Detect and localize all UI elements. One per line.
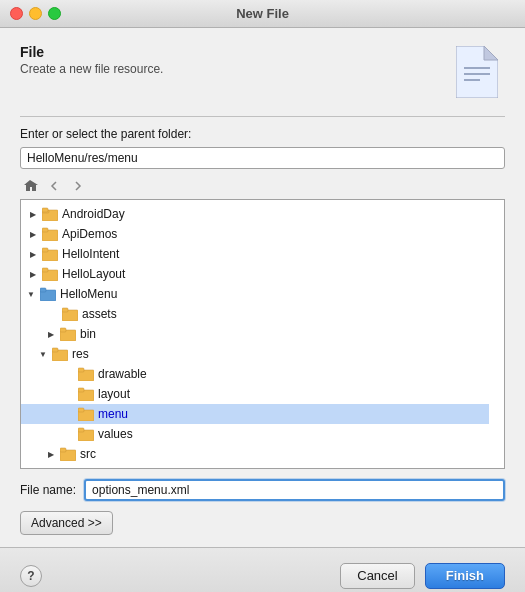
tree-item-label-layout: layout: [98, 387, 130, 401]
toggle-res[interactable]: ▼: [35, 346, 51, 362]
svg-rect-21: [52, 348, 58, 352]
footer-buttons: Cancel Finish: [340, 563, 505, 589]
svg-rect-15: [40, 288, 46, 292]
header-subtitle: Create a new file resource.: [20, 62, 163, 76]
tree-item-androidday[interactable]: ▶ AndroidDay: [21, 204, 489, 224]
svg-rect-13: [42, 268, 48, 272]
dialog-footer: ? Cancel Finish: [0, 547, 525, 592]
file-icon: [453, 44, 501, 100]
header-divider: [20, 116, 505, 117]
folder-icon-apidemos: [41, 226, 59, 242]
tree-item-hellointent[interactable]: ▶ HelloIntent: [21, 244, 489, 264]
minimize-button[interactable]: [29, 7, 42, 20]
svg-rect-11: [42, 248, 48, 252]
toggle-hellolayout[interactable]: ▶: [25, 266, 41, 282]
title-bar: New File: [0, 0, 525, 28]
tree-item-label-values: values: [98, 427, 133, 441]
maximize-button[interactable]: [48, 7, 61, 20]
svg-marker-1: [484, 46, 498, 60]
tree-navigation: [20, 177, 505, 195]
toggle-assets[interactable]: [51, 306, 61, 322]
folder-icon-menu: [77, 406, 95, 422]
toggle-menu[interactable]: [67, 406, 77, 422]
bottom-section: File name: Advanced >>: [20, 469, 505, 547]
toggle-apidemos[interactable]: ▶: [25, 226, 41, 242]
tree-item-bin[interactable]: ▶ bin: [21, 324, 489, 344]
window-title: New File: [236, 6, 289, 21]
back-nav-button[interactable]: [44, 177, 64, 195]
tree-item-label-drawable: drawable: [98, 367, 147, 381]
tree-item-hellolayout[interactable]: ▶ HelloLayout: [21, 264, 489, 284]
window-controls[interactable]: [10, 7, 61, 20]
svg-rect-27: [78, 408, 84, 412]
folder-icon-res: [51, 346, 69, 362]
dialog-content: File Create a new file resource. Enter o…: [0, 28, 525, 547]
tree-item-menu[interactable]: menu: [21, 404, 489, 424]
tree-item-src[interactable]: ▶ src: [21, 444, 489, 464]
tree-item-label-assets: assets: [82, 307, 117, 321]
toggle-values[interactable]: [67, 426, 77, 442]
filename-label: File name:: [20, 483, 76, 497]
folder-icon-bin: [59, 326, 77, 342]
tree-item-res[interactable]: ▼ res: [21, 344, 489, 364]
toggle-hellomenu[interactable]: ▼: [23, 286, 39, 302]
header-title: File: [20, 44, 163, 60]
home-nav-button[interactable]: [20, 177, 40, 195]
folder-label: Enter or select the parent folder:: [20, 127, 505, 141]
tree-item-label-hellolayout: HelloLayout: [62, 267, 125, 281]
toggle-androidday[interactable]: ▶: [25, 206, 41, 222]
tree-content: ▶ AndroidDay ▶ ApiDemos ▶ Hel: [21, 200, 489, 468]
toggle-layout[interactable]: [67, 386, 77, 402]
tree-item-layout[interactable]: layout: [21, 384, 489, 404]
folder-icon-hellomenu: [39, 286, 57, 302]
header-text: File Create a new file resource.: [20, 44, 163, 76]
cancel-button[interactable]: Cancel: [340, 563, 414, 589]
folder-icon-assets: [61, 306, 79, 322]
svg-rect-19: [60, 328, 66, 332]
tree-item-label-apidemos: ApiDemos: [62, 227, 117, 241]
folder-icon-src: [59, 446, 77, 462]
svg-rect-23: [78, 368, 84, 372]
svg-rect-9: [42, 228, 48, 232]
help-button[interactable]: ?: [20, 565, 42, 587]
tree-item-label-hellomenu: HelloMenu: [60, 287, 117, 301]
folder-path-input[interactable]: [20, 147, 505, 169]
folder-icon-hellolayout: [41, 266, 59, 282]
folder-icon-androidday: [41, 206, 59, 222]
tree-item-label-src: src: [80, 447, 96, 461]
toggle-hellointent[interactable]: ▶: [25, 246, 41, 262]
tree-item-label-hellointent: HelloIntent: [62, 247, 119, 261]
close-button[interactable]: [10, 7, 23, 20]
toggle-src[interactable]: ▶: [43, 446, 59, 462]
forward-nav-button[interactable]: [68, 177, 88, 195]
svg-rect-7: [42, 208, 48, 212]
advanced-button[interactable]: Advanced >>: [20, 511, 113, 535]
tree-item-hellomenu[interactable]: ▼ HelloMenu: [21, 284, 489, 304]
folder-icon-layout: [77, 386, 95, 402]
filename-input[interactable]: [84, 479, 505, 501]
tree-item-assets[interactable]: assets: [21, 304, 489, 324]
folder-icon-drawable: [77, 366, 95, 382]
svg-rect-25: [78, 388, 84, 392]
toggle-drawable[interactable]: [67, 366, 77, 382]
tree-item-apidemos[interactable]: ▶ ApiDemos: [21, 224, 489, 244]
svg-rect-31: [60, 448, 66, 452]
tree-item-drawable[interactable]: drawable: [21, 364, 489, 384]
tree-item-label-bin: bin: [80, 327, 96, 341]
tree-item-values[interactable]: values: [21, 424, 489, 444]
folder-tree[interactable]: ▶ AndroidDay ▶ ApiDemos ▶ Hel: [20, 199, 505, 469]
toggle-bin[interactable]: ▶: [43, 326, 59, 342]
tree-item-label-androidday: AndroidDay: [62, 207, 125, 221]
finish-button[interactable]: Finish: [425, 563, 505, 589]
svg-rect-29: [78, 428, 84, 432]
header-section: File Create a new file resource.: [20, 44, 505, 100]
folder-icon-hellointent: [41, 246, 59, 262]
tree-item-label-res: res: [72, 347, 89, 361]
folder-icon-values: [77, 426, 95, 442]
filename-row: File name:: [20, 479, 505, 501]
svg-rect-17: [62, 308, 68, 312]
tree-item-label-menu: menu: [98, 407, 128, 421]
